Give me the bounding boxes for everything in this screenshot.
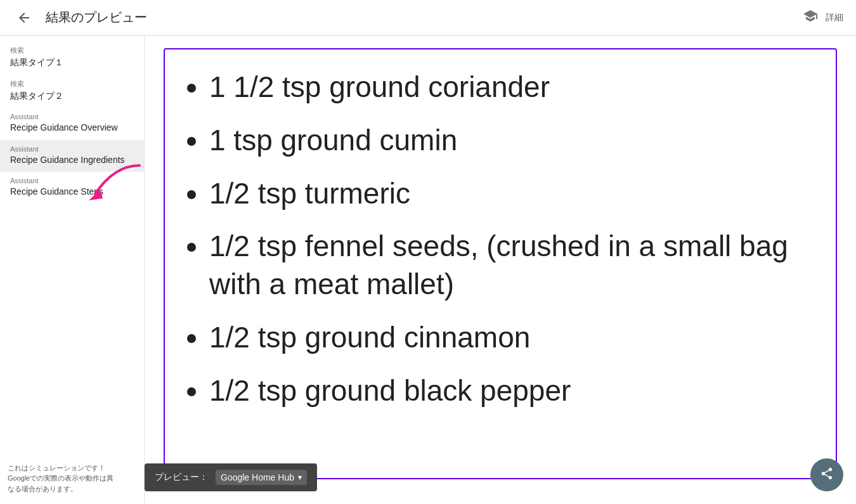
ingredient-4: 1/2 tsp fennel seeds, (crushed in a smal… — [209, 228, 810, 304]
back-button[interactable] — [13, 6, 36, 29]
preview-card: 1 1/2 tsp ground coriander 1 tsp ground … — [164, 48, 837, 479]
page-title: 結果のプレビュー — [46, 9, 147, 26]
sidebar-category-5: Assistant — [10, 177, 134, 184]
ingredient-6: 1/2 tsp ground black pepper — [209, 372, 810, 410]
sidebar: 検索 結果タイプ１ 検索 結果タイプ２ Assistant Recipe Gui… — [0, 36, 145, 504]
detail-label[interactable]: 詳細 — [826, 12, 843, 23]
device-selector[interactable]: Google Home Hub ▾ — [216, 470, 307, 485]
share-icon — [820, 467, 834, 484]
ingredient-2: 1 tsp ground cumin — [209, 122, 810, 160]
sidebar-label-3: Recipe Guidance Overview — [10, 122, 134, 133]
sidebar-item-recipe-ingredients[interactable]: Assistant Recipe Guidance Ingredients — [0, 140, 144, 172]
preview-label: プレビュー： — [155, 472, 208, 483]
dropdown-chevron-icon: ▾ — [298, 473, 302, 482]
sidebar-label-1: 結果タイプ１ — [10, 56, 134, 68]
share-button[interactable] — [810, 458, 843, 491]
ingredient-5: 1/2 tsp ground cinnamon — [209, 319, 810, 357]
ingredient-1: 1 1/2 tsp ground coriander — [209, 68, 810, 107]
sidebar-item-recipe-steps[interactable]: Assistant Recipe Guidance Steps — [0, 172, 144, 204]
header-left: 結果のプレビュー — [13, 6, 147, 29]
footer-note: これはシミュレーションです！ Googleでの実際の表示や動作は異 なる場合があ… — [8, 463, 141, 494]
content-area: 1 1/2 tsp ground coriander 1 tsp ground … — [145, 36, 856, 504]
ingredient-3: 1/2 tsp turmeric — [209, 175, 810, 213]
preview-bar: プレビュー： Google Home Hub ▾ — [145, 463, 317, 491]
school-icon — [803, 8, 818, 27]
sidebar-item-recipe-overview[interactable]: Assistant Recipe Guidance Overview — [0, 108, 144, 139]
sidebar-category-4: Assistant — [10, 145, 134, 153]
sidebar-item-result-type-1[interactable]: 検索 結果タイプ１ — [0, 41, 144, 74]
ingredients-list: 1 1/2 tsp ground coriander 1 tsp ground … — [190, 68, 810, 410]
sidebar-category-1: 検索 — [10, 46, 134, 55]
header: 結果のプレビュー 詳細 — [0, 0, 856, 36]
header-right: 詳細 — [803, 8, 843, 27]
sidebar-label-5: Recipe Guidance Steps — [10, 186, 134, 197]
sidebar-category-3: Assistant — [10, 113, 134, 120]
sidebar-label-2: 結果タイプ２ — [10, 90, 134, 101]
sidebar-item-result-type-2[interactable]: 検索 結果タイプ２ — [0, 74, 144, 108]
device-label: Google Home Hub — [221, 472, 294, 482]
sidebar-label-4: Recipe Guidance Ingredients — [10, 154, 134, 165]
main-layout: 検索 結果タイプ１ 検索 結果タイプ２ Assistant Recipe Gui… — [0, 36, 856, 504]
sidebar-category-2: 検索 — [10, 79, 134, 89]
